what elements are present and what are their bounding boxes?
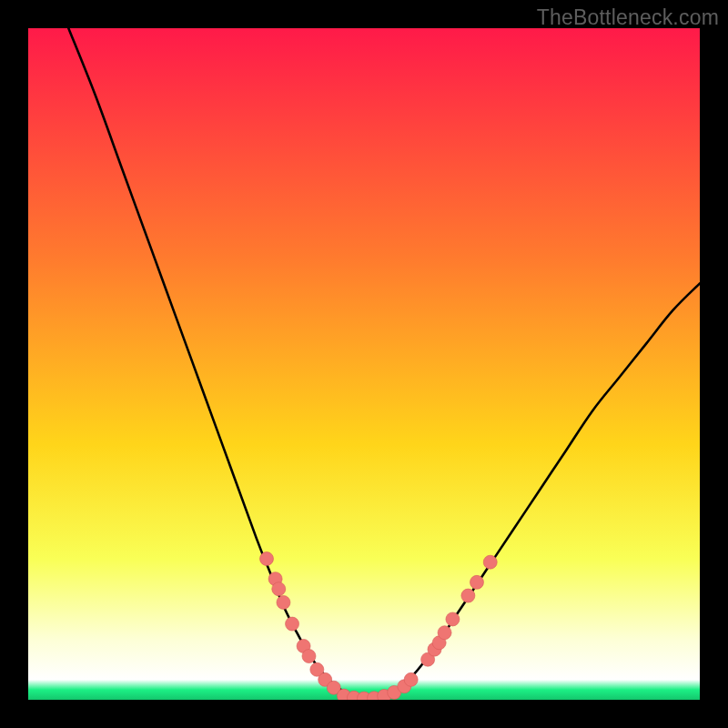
data-point xyxy=(438,626,451,640)
data-point xyxy=(404,672,418,686)
chart-frame: TheBottleneck.com xyxy=(0,0,728,728)
data-point xyxy=(446,612,460,626)
data-point xyxy=(259,552,273,566)
data-point xyxy=(272,582,286,596)
data-point xyxy=(461,589,475,602)
data-points-layer xyxy=(28,28,700,700)
data-point xyxy=(483,555,497,569)
data-point xyxy=(277,595,290,609)
watermark-text: TheBottleneck.com xyxy=(537,5,719,30)
data-point xyxy=(470,575,483,589)
plot-area xyxy=(28,28,700,700)
data-point xyxy=(286,617,299,631)
data-point xyxy=(302,650,316,663)
